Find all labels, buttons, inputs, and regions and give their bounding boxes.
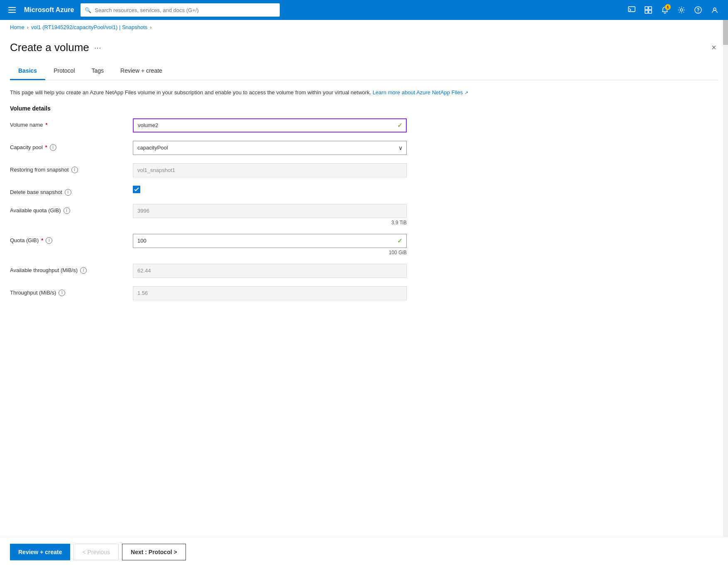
field-delete-base-snapshot-control xyxy=(133,186,407,193)
svg-rect-5 xyxy=(649,10,652,13)
available-quota-input xyxy=(133,204,407,218)
quota-input-wrap: ✓ xyxy=(133,234,407,248)
breadcrumb: Home › vol1 (RT1945292/capacityPool/vol1… xyxy=(0,20,728,34)
hamburger-menu[interactable] xyxy=(7,5,17,15)
more-options-icon[interactable]: ··· xyxy=(94,43,101,52)
tab-tags[interactable]: Tags xyxy=(83,62,112,80)
quota-input[interactable] xyxy=(133,234,407,248)
profile-icon[interactable] xyxy=(708,3,721,17)
portal-settings-icon[interactable] xyxy=(642,3,655,17)
field-quota-control: ✓ 100 GiB xyxy=(133,234,407,255)
tab-protocol[interactable]: Protocol xyxy=(45,62,83,80)
quota-check-icon: ✓ xyxy=(397,237,403,245)
field-capacity-pool-label: Capacity pool * i xyxy=(10,141,126,151)
svg-point-8 xyxy=(698,12,699,12)
section-title: Volume details xyxy=(10,105,718,112)
breadcrumb-snapshots[interactable]: vol1 (RT1945292/capacityPool/vol1) | Sna… xyxy=(31,24,148,30)
field-throughput-label: Throughput (MiB/s) i xyxy=(10,286,126,296)
scrollbar-track xyxy=(723,20,728,542)
capacity-pool-select-wrap: capacityPool ∨ xyxy=(133,141,407,155)
breadcrumb-separator-2: › xyxy=(150,25,151,30)
capacity-pool-select[interactable]: capacityPool xyxy=(133,141,407,155)
next-protocol-button[interactable]: Next : Protocol > xyxy=(122,544,186,560)
restoring-snapshot-info-icon[interactable]: i xyxy=(71,167,78,173)
delete-snapshot-checkbox[interactable] xyxy=(133,186,140,193)
tab-review-create[interactable]: Review + create xyxy=(112,62,171,80)
available-throughput-info-icon[interactable]: i xyxy=(80,267,87,274)
previous-button[interactable]: < Previous xyxy=(73,544,119,560)
svg-rect-2 xyxy=(645,7,648,10)
delete-snapshot-info-icon[interactable]: i xyxy=(65,189,71,196)
field-capacity-pool-control: capacityPool ∨ xyxy=(133,141,407,155)
page-header: Create a volume ··· × xyxy=(10,34,718,62)
svg-point-9 xyxy=(713,8,716,10)
field-delete-base-snapshot-label: Delete base snapshot i xyxy=(10,186,126,196)
main-content: Create a volume ··· × Basics Protocol Ta… xyxy=(0,34,728,567)
delete-snapshot-checkbox-wrap xyxy=(133,186,407,193)
throughput-info-icon[interactable]: i xyxy=(59,290,65,296)
field-volume-name: Volume name * ✓ xyxy=(10,118,718,133)
field-delete-base-snapshot: Delete base snapshot i xyxy=(10,186,718,196)
review-create-button[interactable]: Review + create xyxy=(10,544,70,560)
volume-name-check-icon: ✓ xyxy=(397,121,403,129)
page-title-row: Create a volume ··· xyxy=(10,41,101,54)
notification-badge: 1 xyxy=(665,4,671,10)
breadcrumb-separator: › xyxy=(27,25,29,30)
brand-name: Microsoft Azure xyxy=(24,6,74,14)
field-throughput-control xyxy=(133,286,407,300)
nav-icons: 1 xyxy=(625,3,721,17)
svg-rect-3 xyxy=(649,7,652,10)
field-available-quota: Available quota (GiB) i 3.9 TiB xyxy=(10,204,718,226)
field-available-throughput-label: Available throughput (MiB/s) i xyxy=(10,264,126,274)
field-available-throughput-control xyxy=(133,264,407,278)
field-available-throughput: Available throughput (MiB/s) i xyxy=(10,264,718,278)
tab-basics[interactable]: Basics xyxy=(10,62,45,80)
page-title: Create a volume xyxy=(10,41,89,54)
svg-rect-0 xyxy=(628,7,635,12)
capacity-pool-info-icon[interactable]: i xyxy=(50,144,56,151)
quota-hint: 100 GiB xyxy=(133,250,407,255)
volume-name-input-wrap: ✓ xyxy=(133,118,407,133)
available-quota-hint: 3.9 TiB xyxy=(133,220,407,226)
bottom-bar: Review + create < Previous Next : Protoc… xyxy=(0,537,728,567)
field-restoring-snapshot: Restoring from snapshot i xyxy=(10,163,718,177)
svg-rect-4 xyxy=(645,10,648,13)
breadcrumb-home[interactable]: Home xyxy=(10,24,24,30)
field-throughput: Throughput (MiB/s) i xyxy=(10,286,718,300)
field-volume-name-label: Volume name * xyxy=(10,118,126,128)
field-quota-label: Quota (GiB) * i xyxy=(10,234,126,244)
required-indicator: * xyxy=(41,237,43,243)
global-search[interactable]: 🔍 xyxy=(81,3,280,17)
field-quota: Quota (GiB) * i ✓ 100 GiB xyxy=(10,234,718,255)
learn-more-link[interactable]: Learn more about Azure NetApp Files ↗ xyxy=(373,89,468,96)
field-available-quota-control: 3.9 TiB xyxy=(133,204,407,226)
search-icon: 🔍 xyxy=(85,7,91,13)
search-input[interactable] xyxy=(95,7,276,13)
throughput-input xyxy=(133,286,407,300)
required-indicator: * xyxy=(46,122,48,128)
terminal-icon[interactable] xyxy=(625,3,638,17)
close-button[interactable]: × xyxy=(710,41,718,54)
scrollbar-thumb[interactable] xyxy=(723,20,728,45)
field-capacity-pool: Capacity pool * i capacityPool ∨ xyxy=(10,141,718,155)
field-restoring-snapshot-control xyxy=(133,163,407,177)
restoring-snapshot-input xyxy=(133,163,407,177)
field-available-quota-label: Available quota (GiB) i xyxy=(10,204,126,214)
required-indicator: * xyxy=(45,144,47,150)
available-quota-info-icon[interactable]: i xyxy=(64,207,70,214)
volume-name-input[interactable] xyxy=(133,118,407,133)
page-description: This page will help you create an Azure … xyxy=(10,88,718,97)
quota-info-icon[interactable]: i xyxy=(46,237,52,244)
tab-bar: Basics Protocol Tags Review + create xyxy=(10,62,718,80)
field-volume-name-control: ✓ xyxy=(133,118,407,133)
notifications-icon[interactable]: 1 xyxy=(658,3,672,17)
external-link-icon: ↗ xyxy=(464,90,468,95)
available-throughput-input xyxy=(133,264,407,278)
top-navigation: Microsoft Azure 🔍 1 xyxy=(0,0,728,20)
svg-point-6 xyxy=(680,9,683,11)
help-icon[interactable] xyxy=(691,3,705,17)
settings-icon[interactable] xyxy=(675,3,688,17)
field-restoring-snapshot-label: Restoring from snapshot i xyxy=(10,163,126,173)
